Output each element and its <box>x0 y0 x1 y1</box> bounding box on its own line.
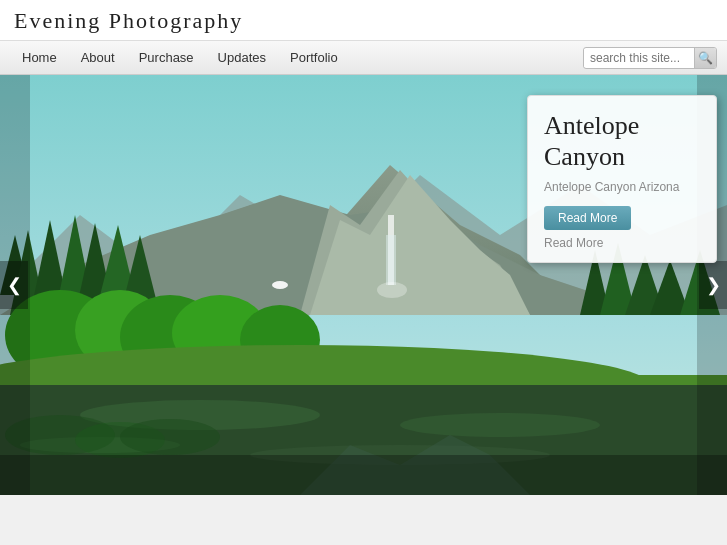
read-more-link-2[interactable]: Read More <box>544 236 700 250</box>
svg-point-33 <box>120 419 220 455</box>
svg-point-8 <box>377 282 407 298</box>
svg-rect-7 <box>386 235 396 285</box>
nav-bar: Home About Purchase Updates Portfolio 🔍 <box>0 41 727 75</box>
search-icon: 🔍 <box>698 51 713 65</box>
nav-home[interactable]: Home <box>10 43 69 72</box>
site-title-bar: Evening Photography <box>0 0 727 41</box>
search-button[interactable]: 🔍 <box>694 47 716 69</box>
svg-point-28 <box>400 413 600 437</box>
arrow-left-icon: ❮ <box>7 274 22 296</box>
nav-links: Home About Purchase Updates Portfolio <box>10 43 583 72</box>
svg-point-43 <box>272 281 288 289</box>
nav-portfolio[interactable]: Portfolio <box>278 43 350 72</box>
card-title-line1: Antelope <box>544 111 639 140</box>
search-input[interactable] <box>584 49 694 67</box>
nav-about[interactable]: About <box>69 43 127 72</box>
overlay-card: Antelope Canyon Antelope Canyon Arizona … <box>527 95 717 263</box>
search-container: 🔍 <box>583 47 717 69</box>
svg-rect-42 <box>0 455 727 495</box>
slider-next-button[interactable]: ❯ <box>699 261 727 309</box>
hero-container: ❮ ❯ Antelope Canyon Antelope Canyon Ariz… <box>0 75 727 495</box>
read-more-button-1[interactable]: Read More <box>544 206 631 230</box>
nav-updates[interactable]: Updates <box>206 43 278 72</box>
arrow-right-icon: ❯ <box>706 274 721 296</box>
card-subtitle: Antelope Canyon Arizona <box>544 180 700 194</box>
slider-prev-button[interactable]: ❮ <box>0 261 28 309</box>
card-title: Antelope Canyon <box>544 110 700 172</box>
card-title-line2: Canyon <box>544 142 625 171</box>
nav-purchase[interactable]: Purchase <box>127 43 206 72</box>
site-title: Evening Photography <box>14 8 713 34</box>
